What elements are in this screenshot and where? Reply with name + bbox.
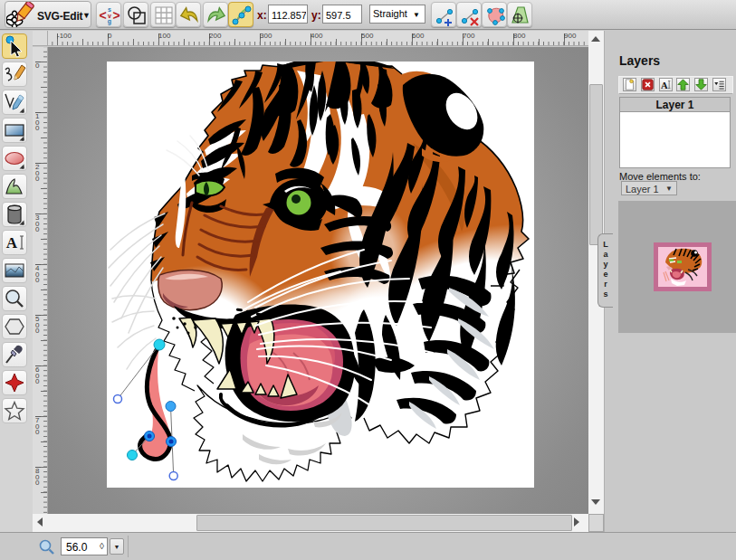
svg-text:>: > <box>112 8 119 23</box>
svg-text:A: A <box>6 234 18 252</box>
svg-text:<: < <box>99 8 106 23</box>
svg-text:g: g <box>108 18 111 25</box>
svg-text:A: A <box>661 81 668 90</box>
